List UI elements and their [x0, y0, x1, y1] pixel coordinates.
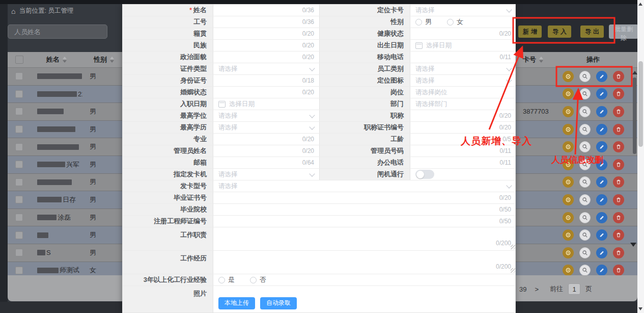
graduate-school-input[interactable]: 0/50	[213, 204, 516, 215]
highest-degree-select[interactable]: 请选择	[213, 110, 319, 121]
post-select[interactable]: 请选择岗位	[410, 87, 516, 98]
delete-button[interactable]	[613, 124, 624, 135]
view-button[interactable]	[579, 247, 591, 258]
job-duty-textarea[interactable]: 0/200	[213, 227, 516, 250]
row-checkbox[interactable]	[15, 267, 23, 274]
native-place-input[interactable]: 0/20	[213, 28, 319, 39]
view-button[interactable]	[579, 124, 591, 135]
delete-button[interactable]	[613, 141, 624, 152]
issue-card-button[interactable]	[563, 247, 574, 258]
sort-icon[interactable]	[63, 57, 67, 63]
scroll-up-icon[interactable]	[638, 3, 642, 6]
row-checkbox[interactable]	[15, 90, 23, 98]
id-number-input[interactable]: 0/18	[213, 75, 319, 86]
row-checkbox[interactable]	[15, 196, 23, 203]
name-input[interactable]: 0/36	[213, 5, 319, 16]
political-status-input[interactable]: 0/20	[213, 51, 319, 63]
view-button[interactable]	[579, 212, 591, 223]
sort-icon[interactable]	[539, 57, 543, 63]
delete-button[interactable]	[613, 212, 624, 223]
batch-delete-button[interactable]: 批量删除	[609, 24, 638, 39]
edit-button[interactable]	[596, 159, 607, 170]
edit-button[interactable]	[596, 176, 607, 188]
job-number-input[interactable]: 0/36	[213, 16, 319, 28]
work-experience-textarea[interactable]: 0/200	[213, 251, 516, 274]
email-input[interactable]: 0/64	[213, 157, 319, 168]
id-type-select[interactable]: 请选择	[213, 63, 319, 74]
locate-card-no-select[interactable]: 请选择	[410, 5, 516, 16]
row-checkbox[interactable]	[15, 72, 23, 80]
delete-button[interactable]	[613, 194, 624, 205]
next-page-button[interactable]: >	[535, 285, 539, 293]
scrollbar-thumb[interactable]	[638, 61, 643, 147]
mobile-phone-input[interactable]: 0/11	[410, 51, 516, 63]
add-button[interactable]: 新增	[518, 25, 542, 38]
edit-button[interactable]	[596, 212, 607, 223]
issue-card-button[interactable]	[563, 71, 574, 82]
delete-button[interactable]	[613, 265, 624, 275]
goto-page-input[interactable]	[568, 283, 580, 295]
work-years-input[interactable]: 0/5	[410, 134, 516, 145]
issue-card-button[interactable]	[563, 141, 574, 152]
import-button[interactable]: 导入	[548, 25, 571, 38]
chem-exp-3y-radio-option[interactable]: 否	[250, 275, 266, 284]
hire-date-datepicker[interactable]: 选择日期	[213, 98, 319, 110]
view-button[interactable]	[579, 71, 591, 82]
issue-card-button[interactable]	[563, 176, 574, 188]
edit-button[interactable]	[596, 71, 607, 82]
edit-button[interactable]	[596, 265, 607, 275]
delete-button[interactable]	[613, 247, 624, 258]
row-checkbox[interactable]	[15, 178, 23, 186]
delete-button[interactable]	[613, 88, 624, 99]
delete-button[interactable]	[613, 106, 624, 117]
row-checkbox[interactable]	[15, 108, 23, 115]
highest-education-select[interactable]: 请选择	[213, 122, 319, 133]
page-scrollbar[interactable]	[637, 0, 644, 313]
issue-card-button[interactable]	[563, 106, 574, 117]
page-number-button[interactable]: 39	[519, 285, 526, 293]
registered-engineer-no-input[interactable]: 0/50	[213, 216, 516, 227]
edit-button[interactable]	[596, 229, 607, 241]
search-input[interactable]	[8, 24, 107, 39]
view-button[interactable]	[579, 265, 591, 275]
issue-card-button[interactable]	[563, 212, 574, 223]
admin-number-input[interactable]: 0/11	[410, 145, 516, 156]
view-button[interactable]	[579, 88, 591, 99]
delete-button[interactable]	[613, 229, 624, 241]
marital-status-input[interactable]: 0/20	[213, 87, 319, 98]
issue-card-button[interactable]	[563, 88, 574, 99]
issue-card-button[interactable]	[563, 159, 574, 170]
gender-radio-option[interactable]: 男	[415, 17, 432, 27]
major-input[interactable]: 0/20	[213, 134, 319, 145]
title-input[interactable]: 0/20	[410, 110, 516, 121]
gender-radio-option[interactable]: 女	[447, 17, 463, 27]
edit-button[interactable]	[596, 141, 607, 152]
view-button[interactable]	[579, 141, 591, 152]
row-checkbox[interactable]	[15, 143, 23, 151]
select-all-checkbox[interactable]	[15, 56, 23, 64]
employee-type-select[interactable]: 请选择	[410, 63, 516, 74]
locate-icon-select[interactable]: 请选择	[410, 75, 516, 86]
inner-scrollbar-thumb[interactable]	[633, 77, 636, 154]
title-cert-no-input[interactable]: 0/20	[410, 122, 516, 133]
view-button[interactable]	[579, 159, 591, 170]
issue-card-button[interactable]	[563, 194, 574, 205]
row-checkbox[interactable]	[15, 125, 23, 133]
view-button[interactable]	[579, 229, 591, 241]
card-model-select[interactable]: 请选择	[213, 180, 516, 192]
edit-button[interactable]	[596, 124, 607, 135]
inner-scroll-up-icon[interactable]	[632, 71, 637, 74]
gate-pass-toggle[interactable]	[415, 170, 434, 179]
delete-button[interactable]	[613, 71, 624, 82]
row-checkbox[interactable]	[15, 161, 23, 168]
department-select[interactable]: 请选择部门	[410, 98, 516, 110]
edit-button[interactable]	[596, 194, 607, 205]
scroll-down-icon[interactable]	[638, 307, 642, 310]
view-button[interactable]	[579, 176, 591, 188]
admin-name-input[interactable]: 0/20	[213, 145, 319, 156]
chem-exp-3y-radio-option[interactable]: 是	[218, 275, 235, 284]
issue-card-button[interactable]	[563, 229, 574, 241]
issue-card-button[interactable]	[563, 124, 574, 135]
row-checkbox[interactable]	[15, 231, 23, 239]
view-button[interactable]	[579, 106, 591, 117]
